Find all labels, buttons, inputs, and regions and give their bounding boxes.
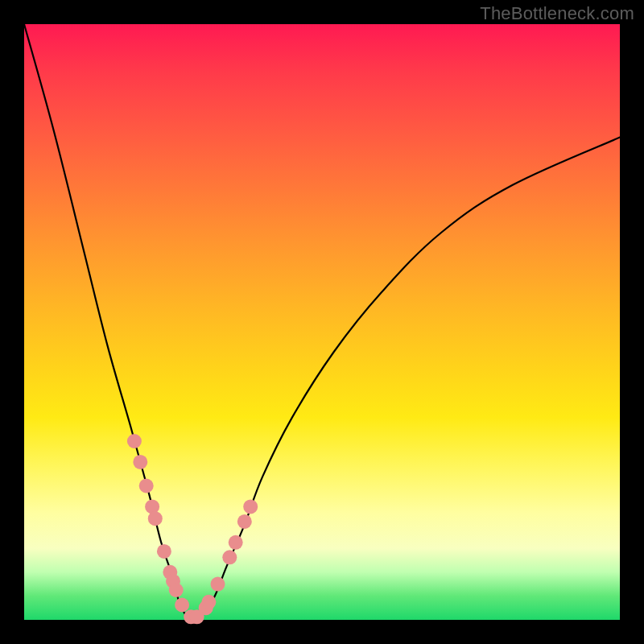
highlight-dot [133,455,147,469]
highlight-dot [169,583,184,597]
bottleneck-curve [24,24,620,621]
highlight-dot [222,550,237,564]
highlight-dot [127,434,142,448]
chart-frame: TheBottleneck.com [0,0,644,644]
plot-area [24,24,620,620]
highlight-dot [148,511,163,526]
highlight-dot [175,598,189,613]
highlight-dot [201,595,216,609]
watermark-text: TheBottleneck.com [480,3,634,24]
curve-layer [24,24,620,620]
highlight-dot [157,544,171,559]
highlight-dot [229,535,243,550]
highlight-dot [211,577,225,592]
highlight-dot [139,479,154,493]
highlight-dot [243,499,258,514]
highlight-dot [237,514,252,529]
highlight-dots [127,434,258,624]
